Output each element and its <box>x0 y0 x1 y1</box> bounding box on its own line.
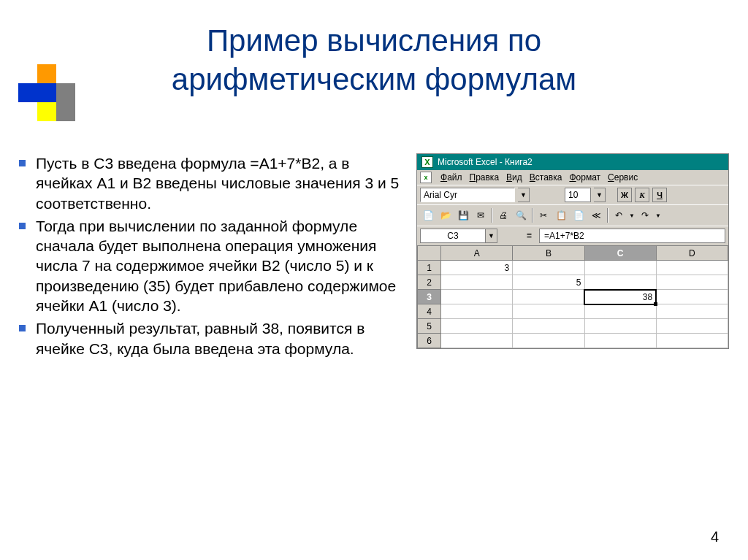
cell[interactable] <box>441 319 513 334</box>
excel-titlebar: X Microsoft Excel - Книга2 <box>417 154 728 170</box>
bullet-text: Пусть в С3 введена формула =А1+7*В2, а в… <box>36 153 402 213</box>
chevron-down-icon[interactable]: ▼ <box>518 188 530 202</box>
menu-tools[interactable]: Сервис <box>608 172 638 183</box>
excel-grid[interactable]: A B C D 1 3 2 5 <box>417 245 728 348</box>
excel-menubar: x Файл Правка Вид Вставка Формат Сервис <box>417 170 728 185</box>
menu-insert[interactable]: Вставка <box>530 172 562 183</box>
cell[interactable] <box>441 304 513 319</box>
formula-input[interactable]: =A1+7*B2 <box>539 229 725 243</box>
equals-icon: = <box>527 231 532 241</box>
cell[interactable] <box>584 275 656 290</box>
separator <box>607 208 608 223</box>
row-header[interactable]: 1 <box>418 261 441 275</box>
column-header-a[interactable]: A <box>441 246 513 261</box>
chevron-down-icon[interactable]: ▼ <box>654 207 662 223</box>
row-header[interactable]: 5 <box>418 319 441 334</box>
save-icon[interactable]: 💾 <box>455 207 471 223</box>
undo-icon[interactable]: ↶ <box>611 207 627 223</box>
cell[interactable] <box>441 334 513 348</box>
excel-doc-icon: x <box>420 172 432 183</box>
excel-formula-bar: C3 ▼ = =A1+7*B2 <box>417 226 728 245</box>
cell[interactable] <box>513 319 584 334</box>
cell[interactable] <box>584 261 656 275</box>
bullet-list: Пусть в С3 введена формула =А1+7*В2, а в… <box>15 153 402 358</box>
font-name-dropdown[interactable]: Arial Cyr <box>420 188 515 202</box>
list-item: Пусть в С3 введена формула =А1+7*В2, а в… <box>15 153 402 213</box>
page-number: 4 <box>711 529 719 545</box>
menu-format[interactable]: Формат <box>569 172 600 183</box>
cell[interactable] <box>584 304 656 319</box>
bullet-icon <box>19 160 26 166</box>
cell[interactable] <box>584 319 656 334</box>
slide-title: Пример вычисления по арифметическим форм… <box>0 22 748 99</box>
excel-title-text: Microsoft Excel - Книга2 <box>438 157 533 167</box>
bold-button[interactable]: Ж <box>617 188 632 202</box>
row-header[interactable]: 2 <box>418 275 441 290</box>
chevron-down-icon[interactable]: ▼ <box>628 207 636 223</box>
new-file-icon[interactable]: 📄 <box>420 207 436 223</box>
mail-icon[interactable]: ✉ <box>473 207 489 223</box>
list-item: Тогда при вычислении по заданной формуле… <box>15 216 402 315</box>
select-all-corner[interactable] <box>418 246 441 261</box>
bullet-text: Тогда при вычислении по заданной формуле… <box>36 216 402 315</box>
cell[interactable] <box>584 334 656 348</box>
bullet-icon <box>19 325 26 331</box>
open-file-icon[interactable]: 📂 <box>438 207 454 223</box>
cell-a1[interactable]: 3 <box>441 261 513 275</box>
chevron-down-icon[interactable]: ▼ <box>594 188 606 202</box>
font-size-dropdown[interactable]: 10 <box>565 188 591 202</box>
menu-edit[interactable]: Правка <box>470 172 500 183</box>
cell[interactable] <box>513 334 584 348</box>
cell-b2[interactable]: 5 <box>513 275 584 290</box>
redo-icon[interactable]: ↷ <box>637 207 653 223</box>
cell[interactable] <box>656 319 728 334</box>
excel-window: X Microsoft Excel - Книга2 x Файл Правка… <box>416 153 729 349</box>
title-line-2: арифметическим формулам <box>172 62 576 96</box>
row-header[interactable]: 3 <box>418 290 441 304</box>
list-item: Полученный результат, равный 38, появитс… <box>15 318 402 358</box>
cell[interactable] <box>513 261 584 275</box>
excel-app-icon: X <box>421 156 433 168</box>
cell[interactable] <box>656 304 728 319</box>
excel-standard-toolbar: 📄 📂 💾 ✉ 🖨 🔍 ✂ 📋 📄 ≪ ↶ ▼ ↷ ▼ <box>417 204 728 226</box>
column-header-d[interactable]: D <box>656 246 728 261</box>
cell[interactable] <box>441 275 513 290</box>
cell[interactable] <box>656 334 728 348</box>
menu-view[interactable]: Вид <box>506 172 522 183</box>
italic-button[interactable]: К <box>635 188 649 202</box>
separator <box>532 208 533 223</box>
print-icon[interactable]: 🖨 <box>495 207 511 223</box>
cut-icon[interactable]: ✂ <box>535 207 552 223</box>
excel-format-toolbar: Arial Cyr ▼ 10 ▼ Ж К Ч <box>417 185 728 204</box>
cell[interactable] <box>656 261 728 275</box>
cell-c3[interactable]: 38 <box>584 290 656 304</box>
copy-icon[interactable]: 📋 <box>553 207 569 223</box>
row-header[interactable]: 4 <box>418 304 441 319</box>
bullet-text: Полученный результат, равный 38, появитс… <box>36 318 402 358</box>
cell[interactable] <box>513 290 584 304</box>
chevron-down-icon[interactable]: ▼ <box>486 229 497 243</box>
separator <box>492 208 492 223</box>
name-box[interactable]: C3 <box>420 229 486 243</box>
cell[interactable] <box>656 290 728 304</box>
menu-file[interactable]: Файл <box>440 172 462 183</box>
cell[interactable] <box>656 275 728 290</box>
row-header[interactable]: 6 <box>418 334 441 348</box>
paste-icon[interactable]: 📄 <box>570 207 587 223</box>
title-line-1: Пример вычисления по <box>207 23 541 58</box>
underline-button[interactable]: Ч <box>652 188 667 202</box>
preview-icon[interactable]: 🔍 <box>513 207 529 223</box>
bullet-icon <box>19 223 26 229</box>
column-header-c[interactable]: C <box>584 246 656 261</box>
format-painter-icon[interactable]: ≪ <box>588 207 604 223</box>
cell[interactable] <box>513 304 584 319</box>
cell[interactable] <box>441 290 513 304</box>
column-header-b[interactable]: B <box>513 246 584 261</box>
